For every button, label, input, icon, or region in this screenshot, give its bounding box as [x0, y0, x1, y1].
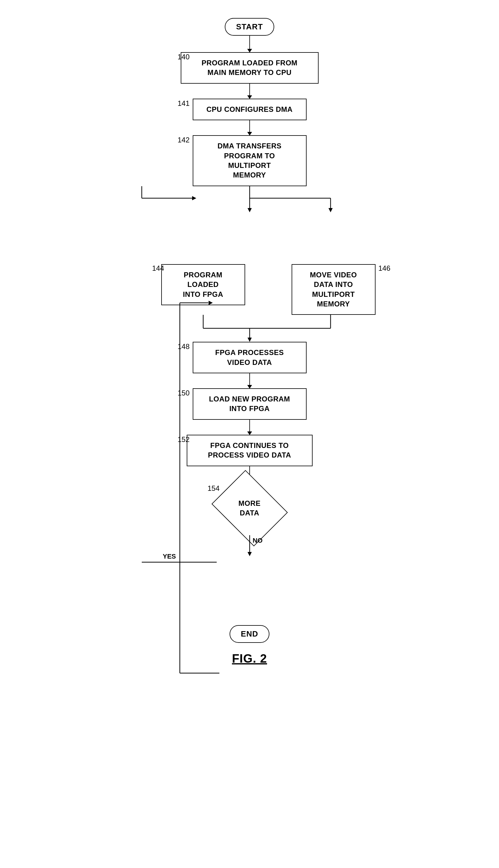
node-142: DMA TRANSFERSPROGRAM TO MULTIPORTMEMORY — [193, 135, 307, 186]
svg-marker-5 — [328, 208, 333, 212]
yes-no-svg: NO YES — [115, 535, 385, 625]
node-152: FPGA CONTINUES TOPROCESS VIDEO DATA — [187, 435, 313, 466]
svg-marker-8 — [192, 196, 196, 200]
label-146: 146 — [378, 264, 390, 273]
arrow-140-to-141 — [250, 84, 250, 99]
label-150: 150 — [178, 389, 190, 397]
label-148: 148 — [178, 342, 190, 351]
label-152: 152 — [178, 435, 190, 444]
diamond-text-154: MOREDATA — [239, 498, 261, 517]
branch-section: 144 PROGRAM LOADEDINTO FPGA MOVE VIDEO D… — [115, 186, 385, 342]
node-144-group: 144 PROGRAM LOADEDINTO FPGA — [161, 264, 245, 305]
node-146-group: MOVE VIDEO DATA INTOMULTIPORT MEMORY 146 — [292, 264, 376, 315]
node-154: MOREDATA — [217, 481, 283, 535]
arrow-150-to-152 — [250, 420, 250, 435]
start-node: START — [225, 18, 275, 36]
node-146: MOVE VIDEO DATA INTOMULTIPORT MEMORY — [292, 264, 376, 315]
node-141: CPU CONFIGURES DMA — [193, 99, 307, 120]
yes-no-section: NO YES END — [115, 535, 385, 643]
node-144: PROGRAM LOADEDINTO FPGA — [161, 264, 245, 305]
svg-marker-17 — [247, 552, 252, 556]
label-142: 142 — [178, 136, 190, 144]
merge-arrows-svg — [115, 315, 385, 342]
label-141: 141 — [178, 99, 190, 108]
svg-text:YES: YES — [163, 553, 176, 560]
svg-marker-13 — [247, 338, 252, 342]
branch-arrows-svg — [115, 186, 385, 264]
arrow-start-to-140 — [250, 36, 250, 52]
node-148: FPGA PROCESSESVIDEO DATA — [193, 342, 307, 373]
node-140: PROGRAM LOADED FROMMAIN MEMORY TO CPU — [181, 52, 319, 84]
fig-title: FIG. 2 — [232, 652, 267, 665]
flowchart-diagram: START 140 PROGRAM LOADED FROMMAIN MEMORY… — [115, 18, 385, 643]
end-node: END — [230, 625, 270, 643]
svg-marker-3 — [247, 208, 252, 212]
label-144: 144 — [152, 264, 164, 273]
svg-text:NO: NO — [253, 537, 263, 544]
node-150: LOAD NEW PROGRAMINTO FPGA — [193, 388, 307, 420]
end-node-wrap: END — [115, 625, 385, 643]
arrow-141-to-142 — [250, 120, 250, 135]
label-140: 140 — [178, 53, 190, 61]
arrow-148-to-150 — [250, 373, 250, 388]
